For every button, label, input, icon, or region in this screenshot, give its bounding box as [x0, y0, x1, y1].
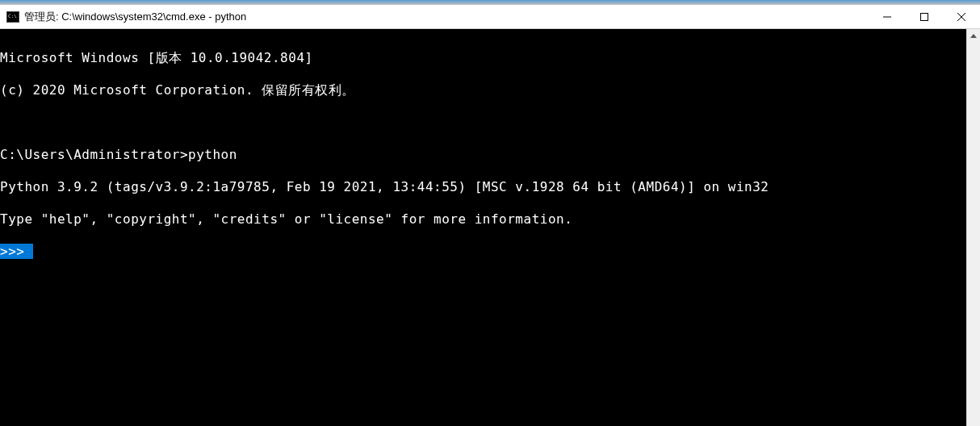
python-prompt: >>>: [0, 244, 966, 260]
terminal-output[interactable]: Microsoft Windows [版本 10.0.19042.804] (c…: [0, 29, 966, 426]
window-controls: [869, 5, 980, 28]
terminal-line: Type "help", "copyright", "credits" or "…: [0, 211, 966, 228]
terminal-line: [0, 115, 966, 131]
terminal-wrapper: Microsoft Windows [版本 10.0.19042.804] (c…: [0, 29, 980, 426]
close-button[interactable]: [943, 5, 980, 28]
svg-rect-1: [921, 13, 928, 20]
terminal-line: Microsoft Windows [版本 10.0.19042.804]: [0, 50, 966, 66]
maximize-icon: [920, 13, 928, 21]
close-icon: [957, 13, 965, 21]
minimize-button[interactable]: [869, 5, 906, 28]
vertical-scrollbar[interactable]: [966, 29, 980, 426]
prompt-highlight: >>>: [0, 244, 33, 259]
cmd-icon: [6, 11, 19, 23]
terminal-line: (c) 2020 Microsoft Corporation. 保留所有权利。: [0, 82, 966, 98]
titlebar[interactable]: 管理员: C:\windows\system32\cmd.exe - pytho…: [0, 5, 980, 29]
scrollbar-up-arrow-icon[interactable]: [967, 29, 980, 43]
window-title: 管理员: C:\windows\system32\cmd.exe - pytho…: [24, 10, 869, 24]
terminal-line: Python 3.9.2 (tags/v3.9.2:1a79785, Feb 1…: [0, 179, 966, 195]
maximize-button[interactable]: [906, 5, 943, 28]
terminal-line: C:\Users\Administrator>python: [0, 147, 966, 163]
minimize-icon: [883, 13, 891, 21]
